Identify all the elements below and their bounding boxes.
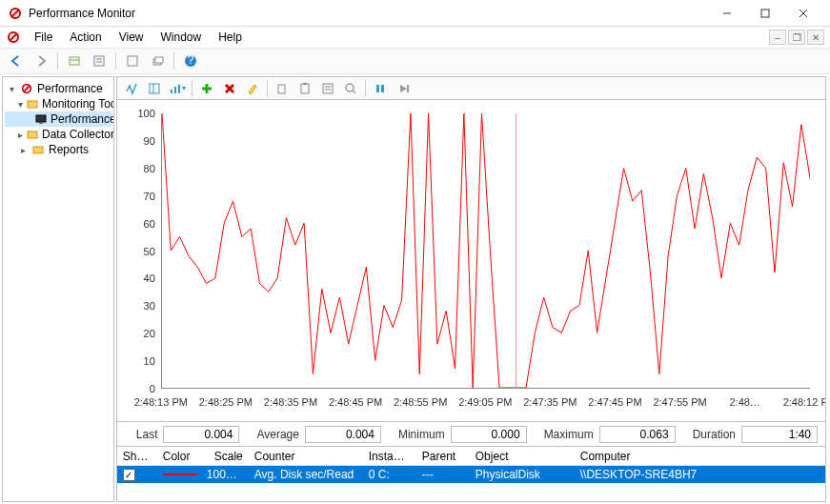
export-button[interactable] [122, 50, 143, 71]
toolbar-separator [365, 80, 366, 97]
monitor-icon [35, 112, 47, 126]
counter-computer-cell: \\DESKTOP-SRE4BH7 [575, 468, 825, 481]
menu-view[interactable]: View [111, 29, 152, 46]
checkbox-checked-icon[interactable]: ✓ [123, 469, 135, 481]
toolbar-separator [173, 52, 174, 70]
y-tick-label: 60 [125, 218, 155, 230]
menu-help[interactable]: Help [211, 29, 250, 46]
add-counter-button[interactable] [196, 78, 217, 99]
tree-node-data-collector-sets[interactable]: ▸ Data Collector Sets [5, 127, 111, 142]
y-tick-label: 80 [125, 163, 155, 174]
tree-node-reports[interactable]: ▸ Reports [5, 142, 111, 157]
x-tick-label: 2:48:35 PM [264, 396, 317, 408]
svg-rect-44 [407, 85, 409, 92]
y-tick-label: 40 [125, 272, 155, 284]
counter-parent-cell: --- [416, 468, 470, 481]
x-tick-label: 2:47:55 PM [653, 396, 706, 408]
counter-scale-cell: 10000.0 [201, 468, 249, 481]
col-parent[interactable]: Parent [416, 450, 470, 463]
svg-rect-15 [155, 57, 163, 63]
y-tick-label: 100 [125, 108, 155, 119]
col-show[interactable]: Show [117, 450, 157, 463]
mdi-close-button[interactable]: ✕ [807, 30, 824, 45]
folder-icon [31, 143, 45, 156]
col-computer[interactable]: Computer [575, 450, 825, 463]
chart-cursor-line [516, 113, 516, 388]
menu-file[interactable]: File [27, 29, 60, 46]
tree-root[interactable]: ▾ Performance [5, 81, 111, 96]
chevron-down-icon[interactable]: ▾ [7, 84, 16, 94]
mdi-restore-button[interactable]: ❐ [788, 30, 805, 45]
menu-window[interactable]: Window [153, 29, 210, 46]
help-button[interactable]: ? [180, 50, 201, 71]
x-tick-label: 2:48:25 PM [199, 396, 253, 408]
forward-button[interactable] [30, 50, 51, 71]
svg-marker-43 [400, 85, 407, 92]
properties-button[interactable] [89, 50, 110, 71]
zoom-button[interactable] [340, 78, 361, 99]
mdi-minimize-button[interactable]: – [769, 30, 786, 45]
show-hide-tree-button[interactable] [64, 50, 85, 71]
close-button[interactable] [784, 0, 822, 27]
maximize-button[interactable] [746, 0, 784, 27]
svg-rect-42 [381, 85, 384, 92]
chart-plot [161, 113, 810, 389]
x-tick-label: 2:48:55 PM [394, 396, 447, 408]
x-tick-label: 2:48:13 PM [134, 396, 188, 408]
outer-toolbar: ? [0, 48, 830, 74]
svg-rect-33 [278, 85, 285, 93]
mdi-app-icon [6, 30, 21, 45]
highlight-button[interactable] [242, 78, 263, 99]
svg-rect-26 [171, 90, 172, 93]
counter-show-cell[interactable]: ✓ [117, 468, 157, 481]
counter-grid[interactable]: Show Color Scale Counter Instance Parent… [116, 447, 826, 502]
delete-counter-button[interactable] [219, 78, 240, 99]
counter-object-cell: PhysicalDisk [470, 468, 575, 481]
menu-action[interactable]: Action [62, 29, 109, 46]
x-tick-label: 2:48… [729, 396, 759, 408]
y-tick-label: 50 [125, 246, 155, 257]
counter-instance-cell: 0 C: [363, 468, 416, 481]
svg-rect-20 [28, 101, 37, 108]
col-instance[interactable]: Instance [363, 450, 416, 463]
content-pane: ▾ 01020304050607080901002:48:13 PM2:48:2… [116, 76, 826, 502]
counter-row[interactable]: ✓ 10000.0 Avg. Disk sec/Read 0 C: --- Ph… [117, 466, 825, 483]
chevron-down-icon[interactable]: ▾ [18, 99, 23, 110]
tree-node-monitoring-tools[interactable]: ▾ Monitoring Tools [5, 96, 111, 111]
counter-grid-header[interactable]: Show Color Scale Counter Instance Parent… [117, 447, 825, 466]
svg-line-1 [11, 10, 19, 17]
menubar: File Action View Window Help – ❐ ✕ [0, 27, 830, 48]
app-icon [8, 6, 23, 21]
view-current-activity-button[interactable] [121, 78, 142, 99]
paste-counter-list-button[interactable] [294, 78, 315, 99]
col-scale[interactable]: Scale [201, 450, 249, 463]
freeze-display-button[interactable] [370, 78, 391, 99]
minimize-button[interactable] [708, 0, 746, 27]
chart-line [162, 113, 810, 388]
back-button[interactable] [6, 50, 27, 71]
folder-icon [27, 97, 38, 111]
svg-rect-25 [150, 84, 159, 93]
stat-minimum-label: Minimum [398, 428, 445, 441]
x-tick-label: 2:47:35 PM [523, 396, 577, 408]
properties-icon-button[interactable] [317, 78, 338, 99]
tree-node-performance-monitor[interactable]: Performance Monitor [5, 111, 111, 127]
tree-node-label: Reports [49, 143, 89, 156]
stat-maximum-value: 0.063 [599, 426, 676, 443]
col-counter[interactable]: Counter [249, 450, 363, 463]
svg-point-39 [346, 84, 354, 91]
chevron-right-icon[interactable]: ▸ [18, 145, 28, 155]
y-tick-label: 30 [125, 300, 155, 312]
new-window-button[interactable] [147, 50, 168, 71]
svg-rect-10 [94, 56, 104, 66]
change-graph-type-button[interactable]: ▾ [167, 78, 188, 99]
view-log-data-button[interactable] [144, 78, 165, 99]
col-object[interactable]: Object [470, 450, 575, 463]
col-color[interactable]: Color [157, 450, 201, 463]
update-data-button[interactable] [393, 78, 414, 99]
chevron-right-icon[interactable]: ▸ [18, 130, 23, 140]
tree-pane[interactable]: ▾ Performance ▾ Monitoring Tools Perform… [2, 76, 114, 502]
x-tick-label: 2:48:12 PM [783, 396, 826, 408]
chart-area[interactable]: 01020304050607080901002:48:13 PM2:48:25 … [116, 99, 826, 422]
copy-properties-button[interactable] [272, 78, 293, 99]
